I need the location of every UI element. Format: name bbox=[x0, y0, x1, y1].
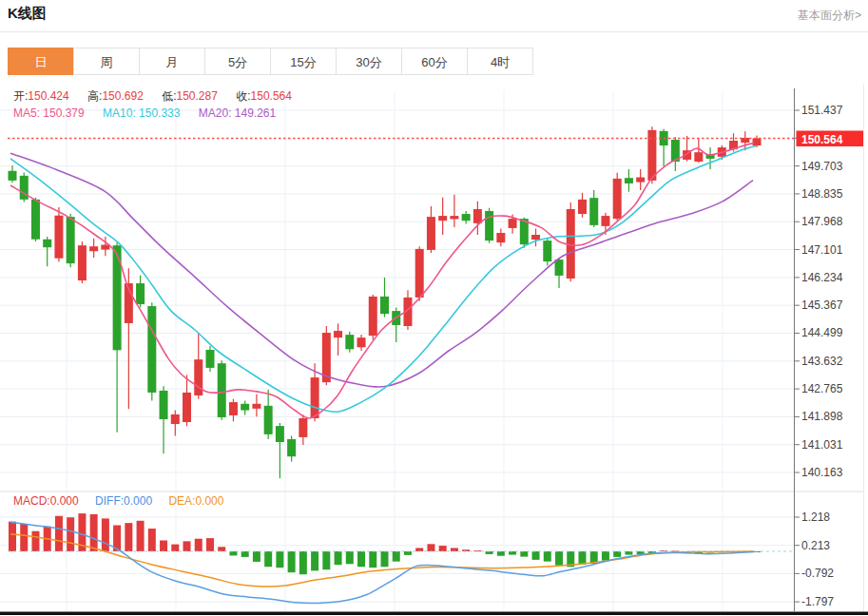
candle-down bbox=[589, 198, 598, 225]
ma20-legend: MA20: 149.261 bbox=[199, 106, 276, 120]
macd-bar-negative bbox=[497, 551, 505, 556]
macd-bar-negative bbox=[393, 551, 400, 562]
period-tab-3[interactable]: 5分 bbox=[204, 48, 271, 75]
current-price-badge-text: 150.564 bbox=[801, 133, 843, 146]
candle-down bbox=[485, 211, 493, 241]
candles bbox=[9, 126, 762, 478]
diff-value-legend: DIFF:0.000 bbox=[95, 494, 152, 508]
candle-up bbox=[496, 233, 505, 242]
candle-up bbox=[357, 337, 366, 347]
close-value: 150.564 bbox=[251, 89, 292, 103]
kline-chart-canvas[interactable]: 151.437149.703148.835147.968147.101146.2… bbox=[0, 84, 868, 616]
macd-axis-label: -0.792 bbox=[801, 567, 834, 580]
macd-bar-negative bbox=[229, 551, 237, 555]
candle-up bbox=[311, 377, 319, 418]
candle-up bbox=[531, 235, 540, 240]
macd-bar-negative bbox=[311, 551, 318, 570]
candle-up bbox=[229, 402, 238, 415]
fundamental-analysis-link[interactable]: 基本面分析> bbox=[798, 8, 861, 24]
macd-bar-positive bbox=[171, 545, 179, 551]
period-tab-1[interactable]: 周 bbox=[73, 48, 140, 75]
candle-down bbox=[543, 241, 551, 261]
open-label: 开: bbox=[13, 89, 28, 103]
dea-value-legend: DEA:0.000 bbox=[168, 494, 223, 508]
macd-bar-positive bbox=[427, 544, 434, 551]
candle-down bbox=[264, 406, 273, 434]
macd-bar-negative bbox=[532, 551, 540, 560]
candle-down bbox=[218, 363, 226, 417]
candle-down bbox=[345, 335, 354, 349]
ma5-line bbox=[10, 143, 754, 418]
macd-bar-positive bbox=[90, 514, 98, 551]
candle-up bbox=[415, 249, 424, 298]
candle-down bbox=[43, 240, 51, 247]
price-axis-label: 148.835 bbox=[801, 187, 843, 201]
candle-down bbox=[462, 214, 471, 221]
high-value: 150.692 bbox=[102, 89, 143, 103]
macd-bar-negative bbox=[357, 551, 365, 567]
candle-up bbox=[252, 404, 260, 409]
high-label: 高: bbox=[87, 89, 102, 103]
price-axis-label: 141.031 bbox=[801, 438, 843, 452]
candle-up bbox=[613, 179, 622, 219]
ma5-legend: MA5: 150.379 bbox=[13, 106, 85, 120]
macd-bar-negative bbox=[613, 551, 621, 557]
candle-up bbox=[334, 331, 342, 337]
macd-bar-positive bbox=[125, 523, 132, 551]
macd-bar-negative bbox=[299, 551, 307, 574]
header-divider bbox=[0, 31, 868, 32]
macd-bar-negative bbox=[241, 551, 249, 557]
candle-down bbox=[160, 391, 168, 419]
candle-up bbox=[450, 216, 458, 219]
period-tab-0[interactable]: 日 bbox=[8, 48, 74, 75]
macd-bar-positive bbox=[137, 521, 145, 551]
candle-up bbox=[299, 418, 307, 437]
candle-down bbox=[136, 283, 145, 304]
candle-down bbox=[241, 404, 249, 411]
candle-down bbox=[147, 306, 156, 393]
candle-up bbox=[473, 209, 482, 223]
candle-up bbox=[101, 244, 109, 249]
macd-value-legend: MACD:0.000 bbox=[13, 494, 79, 508]
price-axis-label: 143.632 bbox=[801, 355, 843, 368]
period-tab-2[interactable]: 月 bbox=[139, 48, 205, 75]
candle-up bbox=[601, 216, 609, 226]
candle-up bbox=[509, 219, 517, 228]
candle-down bbox=[31, 200, 40, 240]
candle-up bbox=[369, 297, 377, 336]
macd-bar-positive bbox=[9, 522, 16, 551]
macd-bar-positive bbox=[415, 548, 423, 551]
candle-up bbox=[753, 139, 762, 146]
candle-down bbox=[287, 439, 296, 456]
macd-bar-positive bbox=[67, 517, 74, 551]
period-tab-6[interactable]: 60分 bbox=[401, 48, 468, 75]
period-tab-7[interactable]: 4时 bbox=[467, 48, 533, 75]
macd-bar-positive bbox=[55, 516, 63, 551]
current-price-badge: 150.564 bbox=[797, 131, 864, 147]
price-axis-label: 145.367 bbox=[801, 298, 843, 312]
macd-axis-label: 0.213 bbox=[801, 539, 830, 552]
candle-up bbox=[89, 246, 98, 251]
price-axis: 151.437149.703148.835147.968147.101146.2… bbox=[795, 88, 843, 611]
macd-bar-negative bbox=[264, 551, 272, 567]
macd-axis-label: 1.218 bbox=[801, 510, 830, 524]
period-tabbar: 日周月5分15分30分60分4时 bbox=[8, 48, 533, 75]
kline-widget: K线图 基本面分析> 日周月5分15分30分60分4时 151.437149.7… bbox=[0, 0, 868, 616]
candle-up bbox=[567, 209, 575, 279]
page-title: K线图 bbox=[8, 5, 47, 23]
period-tab-5[interactable]: 30分 bbox=[336, 48, 402, 75]
price-axis-label: 147.968 bbox=[801, 215, 843, 228]
ma-lines bbox=[10, 143, 756, 418]
price-axis-label: 144.499 bbox=[801, 326, 843, 339]
period-tab-4[interactable]: 15分 bbox=[270, 48, 337, 75]
price-axis-label: 141.898 bbox=[801, 410, 843, 423]
macd-bar-negative bbox=[404, 551, 412, 555]
candle-down bbox=[67, 217, 75, 263]
candle-up bbox=[194, 359, 203, 395]
macd-bar-negative bbox=[602, 551, 609, 561]
ohlc-row: 开:150.424 高:150.692 低:150.287 收:150.564 bbox=[13, 88, 307, 105]
macd-axis-label: -1.797 bbox=[801, 595, 834, 608]
candle-down bbox=[205, 350, 214, 368]
price-axis-label: 140.163 bbox=[801, 466, 843, 479]
macd-histogram bbox=[9, 513, 761, 574]
